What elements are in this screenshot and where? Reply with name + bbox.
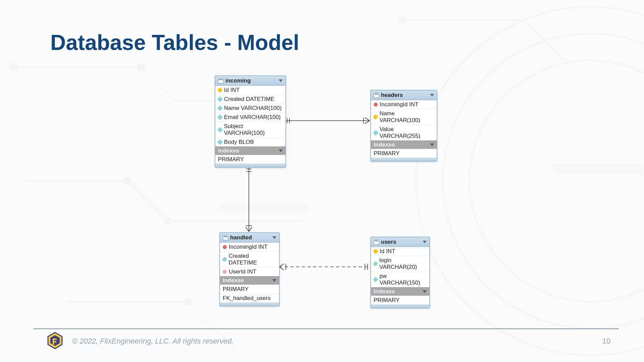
table-footer: [220, 303, 279, 306]
index-name: PRIMARY: [374, 297, 399, 304]
column-label: Id INT: [224, 87, 239, 94]
columns: IncomingId INTCreated DATETIMEUserId INT: [220, 243, 279, 276]
col-icon: [373, 261, 378, 266]
table-name: incoming: [225, 77, 251, 84]
col-icon: [217, 115, 223, 120]
table-name: headers: [381, 92, 403, 99]
index-row[interactable]: PRIMARY: [371, 296, 429, 305]
svg-point-8: [184, 298, 191, 305]
table-name: handled: [230, 234, 252, 241]
key-icon: [217, 87, 223, 93]
column-row[interactable]: login VARCHAR(20): [371, 256, 429, 272]
col-icon: [373, 277, 378, 283]
chevron-down-icon[interactable]: [279, 79, 283, 82]
column-row[interactable]: Created DATETIME: [220, 251, 279, 267]
column-row[interactable]: IncomingId INT: [371, 100, 437, 109]
column-row[interactable]: Body BLOB: [215, 137, 285, 146]
col-icon: [222, 257, 227, 262]
indexes-label: Indexes: [374, 288, 395, 295]
column-row[interactable]: Id INT: [371, 247, 429, 256]
column-label: Name VARCHAR(100): [224, 105, 282, 112]
columns: Id INTCreated DATETIMEName VARCHAR(100)E…: [215, 86, 285, 146]
column-label: IncomingId INT: [229, 244, 267, 250]
table-footer: [371, 158, 437, 161]
company-logo: [47, 332, 63, 349]
col-icon: [217, 139, 223, 145]
indexes-header[interactable]: Indexes: [215, 146, 285, 155]
page-title: Database Tables - Model: [50, 30, 299, 55]
column-row[interactable]: Value VARCHAR(255): [371, 125, 437, 140]
index-row[interactable]: PRIMARY: [371, 149, 437, 158]
indexes-header[interactable]: Indexes: [220, 276, 279, 285]
column-label: UserId INT: [229, 268, 256, 275]
svg-point-5: [124, 178, 131, 184]
table-header[interactable]: headers: [371, 90, 437, 100]
index-row[interactable]: FK_handled_users: [220, 294, 279, 303]
table-icon: [218, 78, 223, 83]
column-row[interactable]: Name VARCHAR(100): [215, 104, 285, 113]
key-icon: [373, 249, 379, 254]
table-handled[interactable]: handledIncomingId INTCreated DATETIMEUse…: [219, 232, 280, 306]
indexes-header[interactable]: Indexes: [371, 140, 437, 149]
chevron-down-icon[interactable]: [423, 241, 427, 243]
col-icon: [217, 127, 223, 133]
svg-rect-10: [553, 164, 643, 174]
column-row[interactable]: Created DATETIME: [215, 95, 285, 104]
svg-point-3: [10, 64, 17, 70]
indexes-label: Indexes: [218, 147, 239, 154]
fk-icon: [223, 245, 227, 249]
columns: Id INTlogin VARCHAR(20)pw VARCHAR(150): [371, 247, 429, 287]
index-name: PRIMARY: [218, 156, 244, 163]
table-header[interactable]: handled: [220, 233, 279, 243]
column-label: login VARCHAR(20): [379, 257, 427, 270]
table-incoming[interactable]: incomingId INTCreated DATETIMEName VARCH…: [215, 75, 286, 168]
fk-icon: [374, 103, 378, 107]
chevron-down-icon[interactable]: [430, 94, 434, 97]
table-icon: [374, 239, 379, 245]
table-users[interactable]: usersId INTlogin VARCHAR(20)pw VARCHAR(1…: [370, 237, 430, 308]
col-icon: [217, 97, 223, 102]
column-label: Email VARCHAR(100): [224, 114, 281, 121]
column-label: Body BLOB: [224, 139, 254, 145]
column-label: Value VARCHAR(255): [380, 126, 434, 139]
svg-point-7: [399, 17, 406, 23]
chevron-down-icon[interactable]: [272, 279, 276, 282]
column-label: Created DATETIME: [224, 96, 274, 103]
column-row[interactable]: pw VARCHAR(150): [371, 272, 429, 287]
columns: IncomingId INTName VARCHAR(100)Value VAR…: [371, 100, 437, 140]
svg-point-4: [138, 64, 144, 70]
column-row[interactable]: Id INT: [215, 86, 285, 95]
table-name: users: [381, 239, 396, 245]
table-footer: [371, 305, 429, 308]
column-row[interactable]: IncomingId INT: [220, 243, 279, 251]
table-header[interactable]: incoming: [215, 76, 285, 86]
column-label: pw VARCHAR(150): [379, 273, 427, 286]
table-footer: [215, 164, 285, 167]
table-headers[interactable]: headersIncomingId INTName VARCHAR(100)Va…: [370, 90, 437, 162]
column-row[interactable]: Subject VARCHAR(100): [215, 122, 285, 137]
table-icon: [374, 93, 379, 98]
svg-point-2: [470, 60, 644, 302]
chevron-down-icon[interactable]: [272, 236, 276, 239]
indexes-label: Indexes: [223, 277, 244, 284]
index-row[interactable]: PRIMARY: [215, 155, 285, 164]
index-row[interactable]: PRIMARY: [220, 285, 279, 294]
column-row[interactable]: Name VARCHAR(100): [371, 109, 437, 125]
col-icon: [217, 106, 223, 111]
indexes-header[interactable]: Indexes: [371, 287, 429, 296]
index-name: FK_handled_users: [223, 295, 271, 302]
index-name: PRIMARY: [223, 286, 249, 293]
chevron-down-icon[interactable]: [430, 143, 434, 146]
table-header[interactable]: users: [371, 237, 429, 247]
chevron-down-icon[interactable]: [423, 290, 427, 293]
fk2-icon: [223, 270, 227, 274]
column-row[interactable]: UserId INT: [220, 267, 279, 276]
column-row[interactable]: Email VARCHAR(100): [215, 113, 285, 122]
column-label: IncomingId INT: [380, 101, 418, 108]
column-label: Created DATETIME: [228, 253, 276, 266]
column-label: Subject VARCHAR(100): [224, 123, 283, 136]
table-icon: [223, 235, 228, 240]
copyright-text: © 2022, FlixEngineering, LLC. All rights…: [72, 337, 233, 346]
chevron-down-icon[interactable]: [279, 149, 283, 152]
svg-rect-9: [218, 204, 308, 212]
